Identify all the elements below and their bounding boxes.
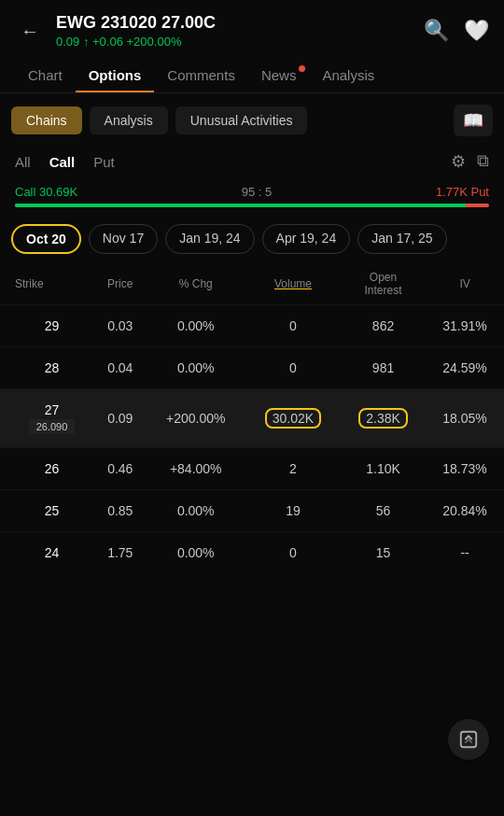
cell-pct-chg: +200.00% xyxy=(147,389,245,448)
cell-volume: 0 xyxy=(245,347,341,389)
table-row[interactable]: 24 1.75 0.00% 0 15 -- xyxy=(0,532,504,574)
cell-pct-chg: +84.00% xyxy=(147,448,245,490)
filter-icons: ⚙ ⧉ xyxy=(451,151,489,172)
cell-strike: 28 xyxy=(0,347,94,389)
date-chip-jan1924[interactable]: Jan 19, 24 xyxy=(165,224,254,254)
tab-analysis[interactable]: Analysis xyxy=(309,58,387,92)
tab-options[interactable]: Options xyxy=(76,58,155,92)
th-strike: Strike xyxy=(0,263,94,305)
cell-volume: 30.02K xyxy=(245,389,341,448)
header-title-group: EWG 231020 27.00C 0.09 ↑ +0.06 +200.00% xyxy=(56,13,413,49)
table-row[interactable]: 25 0.85 0.00% 19 56 20.84% xyxy=(0,490,504,532)
ratio-label: 95 : 5 xyxy=(242,185,273,199)
put-filter[interactable]: Put xyxy=(93,154,115,170)
chains-button[interactable]: Chains xyxy=(11,106,82,134)
copy-icon[interactable]: ⧉ xyxy=(477,151,489,172)
cell-volume: 0 xyxy=(245,305,341,347)
th-volume: Volume xyxy=(245,263,341,305)
call-put-filter: All Call Put ⚙ ⧉ xyxy=(0,148,504,181)
th-pct-chg: % Chg xyxy=(147,263,245,305)
filter-settings-icon[interactable]: ⚙ xyxy=(451,151,466,172)
cell-open-interest: 981 xyxy=(341,347,426,389)
cell-strike: 2726.090 xyxy=(0,389,94,448)
put-volume-label: 1.77K Put xyxy=(436,185,489,199)
header: ← EWG 231020 27.00C 0.09 ↑ +0.06 +200.00… xyxy=(0,0,504,58)
cell-price: 0.04 xyxy=(94,347,146,389)
table-row[interactable]: 28 0.04 0.00% 0 981 24.59% xyxy=(0,347,504,389)
call-filter[interactable]: Call xyxy=(49,154,76,170)
date-chip-jan1725[interactable]: Jan 17, 25 xyxy=(357,224,446,254)
date-chips: Oct 20 Nov 17 Jan 19, 24 Apr 19, 24 Jan … xyxy=(0,215,504,263)
call-volume-label: Call 30.69K xyxy=(15,185,77,199)
tab-comments[interactable]: Comments xyxy=(154,58,248,92)
back-button[interactable]: ← xyxy=(15,16,45,46)
cell-price: 0.85 xyxy=(94,490,146,532)
cell-volume: 19 xyxy=(245,490,341,532)
header-icons: 🔍 🤍 xyxy=(424,19,489,43)
call-put-progress: Call 30.69K 95 : 5 1.77K Put xyxy=(0,181,504,215)
cell-iv: 24.59% xyxy=(426,347,504,389)
tab-bar: Chart Options Comments News Analysis xyxy=(0,58,504,93)
subnav: Chains Analysis Unusual Activities 📖 xyxy=(0,93,504,148)
options-table: Strike Price % Chg Volume Open Interest … xyxy=(0,263,504,573)
cell-pct-chg: 0.00% xyxy=(147,532,245,574)
tab-news[interactable]: News xyxy=(248,58,310,92)
table-row[interactable]: 29 0.03 0.00% 0 862 31.91% xyxy=(0,305,504,347)
cell-strike: 26 xyxy=(0,448,94,490)
date-chip-oct20[interactable]: Oct 20 xyxy=(11,224,81,254)
cell-strike: 29 xyxy=(0,305,94,347)
progress-labels: Call 30.69K 95 : 5 1.77K Put xyxy=(15,185,489,199)
search-icon[interactable]: 🔍 xyxy=(424,19,449,43)
cell-price: 0.46 xyxy=(94,448,146,490)
cell-iv: 20.84% xyxy=(426,490,504,532)
th-iv: IV xyxy=(426,263,504,305)
current-price-badge: 26.090 xyxy=(29,419,76,434)
progress-fill xyxy=(15,204,466,207)
table-row[interactable]: 2726.090 0.09 +200.00% 30.02K 2.38K 18.0… xyxy=(0,389,504,448)
price-change: 0.09 ↑ +0.06 +200.00% xyxy=(56,35,413,49)
cell-iv: 18.05% xyxy=(426,389,504,448)
unusual-activities-button[interactable]: Unusual Activities xyxy=(175,106,308,134)
news-notification-dot xyxy=(299,65,305,72)
th-open-interest: Open Interest xyxy=(341,263,426,305)
watchlist-icon[interactable]: 🤍 xyxy=(464,19,489,43)
cell-open-interest: 2.38K xyxy=(341,389,426,448)
table-row[interactable]: 26 0.46 +84.00% 2 1.10K 18.73% xyxy=(0,448,504,490)
analysis-button[interactable]: Analysis xyxy=(90,106,168,134)
scroll-to-top-fab[interactable] xyxy=(448,719,489,760)
ticker-title: EWG 231020 27.00C xyxy=(56,13,413,33)
cell-open-interest: 56 xyxy=(341,490,426,532)
tab-chart[interactable]: Chart xyxy=(15,58,76,92)
cell-price: 0.09 xyxy=(94,389,146,448)
cell-open-interest: 862 xyxy=(341,305,426,347)
table-header-row: Strike Price % Chg Volume Open Interest … xyxy=(0,263,504,305)
date-chip-apr1924[interactable]: Apr 19, 24 xyxy=(262,224,351,254)
book-icon[interactable]: 📖 xyxy=(454,105,493,136)
cell-pct-chg: 0.00% xyxy=(147,347,245,389)
cell-price: 0.03 xyxy=(94,305,146,347)
cell-pct-chg: 0.00% xyxy=(147,490,245,532)
cell-open-interest: 1.10K xyxy=(341,448,426,490)
cell-pct-chg: 0.00% xyxy=(147,305,245,347)
cell-iv: 31.91% xyxy=(426,305,504,347)
progress-bar xyxy=(15,204,489,207)
cell-strike: 25 xyxy=(0,490,94,532)
cell-iv: -- xyxy=(426,532,504,574)
cell-iv: 18.73% xyxy=(426,448,504,490)
cell-volume: 2 xyxy=(245,448,341,490)
th-price: Price xyxy=(94,263,146,305)
cell-price: 1.75 xyxy=(94,532,146,574)
cell-volume: 0 xyxy=(245,532,341,574)
all-filter[interactable]: All xyxy=(15,154,31,170)
cell-strike: 24 xyxy=(0,532,94,574)
cell-open-interest: 15 xyxy=(341,532,426,574)
date-chip-nov17[interactable]: Nov 17 xyxy=(89,224,158,254)
